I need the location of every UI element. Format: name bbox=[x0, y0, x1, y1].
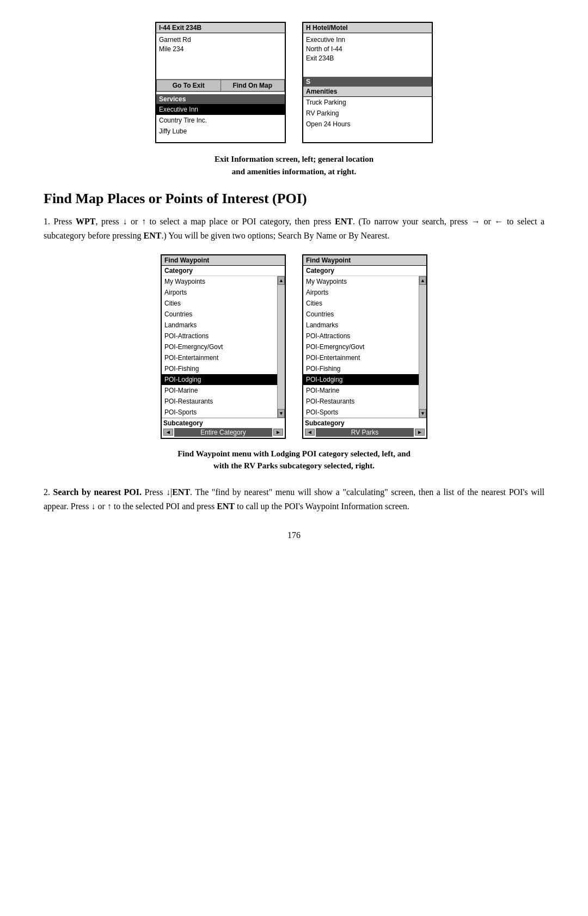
service-item-1[interactable]: Executive Inn bbox=[156, 104, 285, 115]
screen-buttons-row: Go To Exit Find On Map bbox=[156, 79, 285, 92]
top-caption-line1: Exit Information screen, left; general l… bbox=[215, 155, 373, 163]
page-content: I-44 Exit 234B Garnett Rd Mile 234 Go To… bbox=[44, 22, 544, 540]
body-paragraph-2: 2. Search by nearest POI. Press ↓|ENT. T… bbox=[44, 485, 544, 514]
scroll-up-arrow[interactable]: ▲ bbox=[278, 276, 285, 285]
right-scroll-down-arrow[interactable]: ▼ bbox=[419, 409, 426, 418]
left-wp-items: My Waypoints Airports Cities Countries L… bbox=[162, 276, 277, 418]
right-screen-content: Executive Inn North of I-44 Exit 234B bbox=[303, 33, 432, 77]
search-by-nearest-bold: Search by nearest POI. bbox=[53, 487, 142, 497]
wp-item-right-1[interactable]: Airports bbox=[303, 287, 419, 298]
right-info-line-3: Exit 234B bbox=[306, 54, 429, 63]
top-caption-line2: and amenities information, at right. bbox=[232, 167, 356, 176]
amenities-list: Truck Parking RV Parking Open 24 Hours bbox=[303, 97, 432, 135]
waypoint-screenshots-row: Find Waypoint Category My Waypoints Airp… bbox=[44, 254, 544, 439]
right-wp-subcategory-section: Subcategory ◄ RV Parks ► bbox=[303, 418, 426, 438]
wp-item-left-8[interactable]: POI-Fishing bbox=[162, 363, 277, 374]
left-wp-subcategory-section: Subcategory ◄ Entire Category ► bbox=[162, 418, 285, 438]
ent-bold-3: ENT bbox=[172, 487, 190, 497]
wp-item-right-12[interactable]: POI-Sports bbox=[303, 407, 419, 418]
right-waypoint-screen: Find Waypoint Category My Waypoints Airp… bbox=[302, 254, 427, 439]
left-scrollbar[interactable]: ▲ ▼ bbox=[277, 276, 285, 418]
go-to-exit-button[interactable]: Go To Exit bbox=[156, 80, 221, 91]
left-subcategory-value[interactable]: Entire Category bbox=[174, 428, 272, 437]
wp-item-right-2[interactable]: Cities bbox=[303, 298, 419, 309]
wp-item-right-10[interactable]: POI-Marine bbox=[303, 385, 419, 396]
right-hotel-screen: H Hotel/Motel Executive Inn North of I-4… bbox=[302, 22, 433, 143]
amenity-item-1: Truck Parking bbox=[303, 97, 432, 108]
right-subcategory-left-arrow[interactable]: ◄ bbox=[305, 429, 315, 436]
wp-item-right-7[interactable]: POI-Entertainment bbox=[303, 352, 419, 363]
wp-item-left-9-selected[interactable]: POI-Lodging bbox=[162, 374, 277, 385]
right-scroll-up-arrow[interactable]: ▲ bbox=[419, 276, 426, 285]
ent-bold-4: ENT bbox=[217, 502, 235, 511]
wp-item-left-6[interactable]: POI-Emergncy/Govt bbox=[162, 341, 277, 352]
find-on-map-button[interactable]: Find On Map bbox=[221, 80, 285, 91]
amenity-item-2: RV Parking bbox=[303, 108, 432, 119]
left-waypoint-screen: Find Waypoint Category My Waypoints Airp… bbox=[161, 254, 286, 439]
scroll-down-arrow[interactable]: ▼ bbox=[278, 409, 285, 418]
wp-item-left-12[interactable]: POI-Sports bbox=[162, 407, 277, 418]
left-info-line-1: Garnett Rd bbox=[159, 35, 282, 45]
right-screen-title: H Hotel/Motel bbox=[303, 23, 432, 33]
wp-item-right-6[interactable]: POI-Emergncy/Govt bbox=[303, 341, 419, 352]
right-subcategory-right-arrow[interactable]: ► bbox=[415, 429, 425, 436]
right-info-line-1: Executive Inn bbox=[306, 35, 429, 45]
wp-item-right-3[interactable]: Countries bbox=[303, 309, 419, 320]
amenities-label: Amenities bbox=[303, 87, 432, 97]
right-subcategory-value[interactable]: RV Parks bbox=[316, 428, 414, 437]
right-wp-subcategory-row: ◄ RV Parks ► bbox=[305, 428, 425, 437]
subcategory-left-arrow[interactable]: ◄ bbox=[163, 429, 173, 436]
wp-item-right-9-selected[interactable]: POI-Lodging bbox=[303, 374, 419, 385]
subcategory-right-arrow[interactable]: ► bbox=[273, 429, 283, 436]
services-list: Executive Inn Country Tire Inc. Jiffy Lu… bbox=[156, 104, 285, 142]
body-paragraph-1: 1. Press WPT, press ↓ or ↑ to select a m… bbox=[44, 215, 544, 243]
section-heading: Find Map Places or Points of Interest (P… bbox=[44, 191, 544, 207]
right-section-label: S bbox=[303, 77, 432, 87]
left-info-line-2: Mile 234 bbox=[159, 45, 282, 54]
right-wp-title: Find Waypoint bbox=[303, 255, 426, 266]
left-screen-content: Garnett Rd Mile 234 bbox=[156, 33, 285, 77]
left-wp-subcategory-label: Subcategory bbox=[163, 419, 283, 428]
left-wp-subcategory-row: ◄ Entire Category ► bbox=[163, 428, 283, 437]
wp-item-left-5[interactable]: POI-Attractions bbox=[162, 331, 277, 341]
right-wp-category-label: Category bbox=[303, 266, 426, 276]
waypoint-caption: Find Waypoint menu with Lodging POI cate… bbox=[44, 448, 544, 472]
wp-item-left-4[interactable]: Landmarks bbox=[162, 320, 277, 331]
right-scrollbar[interactable]: ▲ ▼ bbox=[419, 276, 426, 418]
ent-bold-1: ENT bbox=[335, 217, 353, 226]
wp-item-right-5[interactable]: POI-Attractions bbox=[303, 331, 419, 341]
left-exit-screen: I-44 Exit 234B Garnett Rd Mile 234 Go To… bbox=[155, 22, 286, 143]
left-wp-title: Find Waypoint bbox=[162, 255, 285, 266]
service-item-3[interactable]: Jiffy Lube bbox=[156, 126, 285, 137]
left-wp-list-wrapper: My Waypoints Airports Cities Countries L… bbox=[162, 276, 285, 418]
wp-item-right-0[interactable]: My Waypoints bbox=[303, 276, 419, 287]
wp-caption-line2: with the RV Parks subcategory selected, … bbox=[213, 461, 375, 470]
wp-item-right-4[interactable]: Landmarks bbox=[303, 320, 419, 331]
services-label: Services bbox=[156, 94, 285, 104]
ent-bold-2: ENT bbox=[144, 231, 162, 240]
wp-item-left-7[interactable]: POI-Entertainment bbox=[162, 352, 277, 363]
wp-item-left-1[interactable]: Airports bbox=[162, 287, 277, 298]
left-screen-title: I-44 Exit 234B bbox=[156, 23, 285, 33]
wp-item-right-11[interactable]: POI-Restaurants bbox=[303, 396, 419, 407]
wp-item-left-11[interactable]: POI-Restaurants bbox=[162, 396, 277, 407]
top-caption: Exit Information screen, left; general l… bbox=[44, 153, 544, 178]
wp-item-left-3[interactable]: Countries bbox=[162, 309, 277, 320]
right-wp-list-wrapper: My Waypoints Airports Cities Countries L… bbox=[303, 276, 426, 418]
wp-item-left-10[interactable]: POI-Marine bbox=[162, 385, 277, 396]
wpt-bold: WPT bbox=[76, 217, 95, 226]
wp-caption-line1: Find Waypoint menu with Lodging POI cate… bbox=[177, 449, 411, 458]
wp-item-right-8[interactable]: POI-Fishing bbox=[303, 363, 419, 374]
wp-item-left-0[interactable]: My Waypoints bbox=[162, 276, 277, 287]
service-item-2[interactable]: Country Tire Inc. bbox=[156, 115, 285, 126]
left-wp-category-label: Category bbox=[162, 266, 285, 276]
amenity-item-3: Open 24 Hours bbox=[303, 119, 432, 130]
wp-item-left-2[interactable]: Cities bbox=[162, 298, 277, 309]
right-wp-subcategory-label: Subcategory bbox=[305, 419, 425, 428]
top-screenshots-row: I-44 Exit 234B Garnett Rd Mile 234 Go To… bbox=[44, 22, 544, 143]
page-number: 176 bbox=[44, 530, 544, 540]
right-info-line-2: North of I-44 bbox=[306, 45, 429, 54]
right-wp-items: My Waypoints Airports Cities Countries L… bbox=[303, 276, 419, 418]
